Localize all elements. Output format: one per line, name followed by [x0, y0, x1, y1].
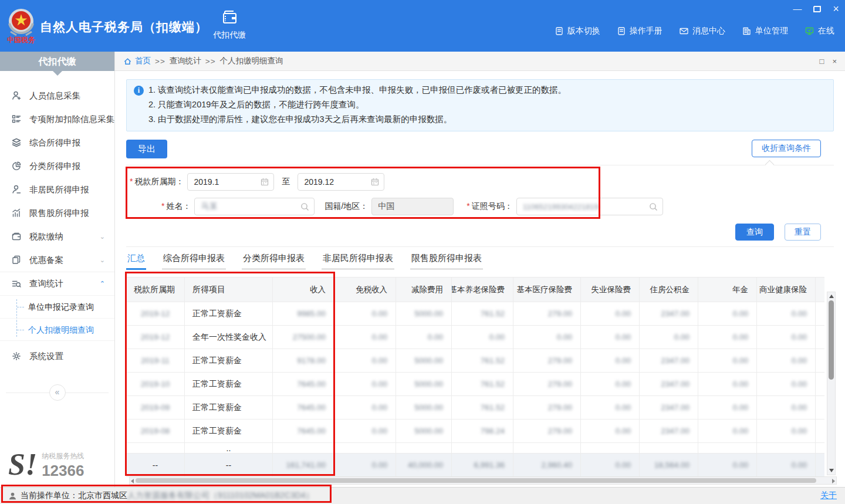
- cell-amount: [452, 443, 513, 453]
- close-icon[interactable]: ×: [833, 4, 839, 14]
- sidebar-item-label: 分类所得申报: [29, 161, 80, 172]
- sidebar-item[interactable]: 人员信息采集: [0, 84, 114, 107]
- sidebar-item-settings[interactable]: 系统设置: [0, 344, 114, 368]
- table-row[interactable]: 2019-12全年一次性奖金收入27500.000.000.000.000.00…: [126, 326, 824, 349]
- panel-maximize-icon[interactable]: □: [820, 57, 824, 66]
- horizontal-scroll-thumb[interactable]: [136, 478, 816, 483]
- id-number-input[interactable]: 110652199304221819: [516, 198, 663, 215]
- period-from-input[interactable]: 2019.1: [187, 173, 274, 191]
- column-header: 收入: [273, 278, 334, 302]
- horizontal-scrollbar[interactable]: [129, 476, 837, 485]
- sidebar-item[interactable]: 优惠备案⌄: [0, 248, 114, 272]
- notice-box: i 1. 该查询统计表仅能查询已申报成功的数据，不包含未申报、申报失败，已申报但…: [126, 79, 834, 131]
- nav-item-daikoudaijiao[interactable]: 代扣代缴: [207, 9, 252, 40]
- tab-非居民所得申报表[interactable]: 非居民所得申报表: [322, 253, 394, 270]
- cell-amount: 2347.00: [640, 349, 698, 372]
- header-menu-item-5[interactable]: 在线: [805, 26, 834, 36]
- name-input[interactable]: 马某: [194, 198, 315, 215]
- cell-amount: 5000.00: [396, 420, 452, 442]
- header-menu-item-1[interactable]: 版本切换: [555, 26, 600, 36]
- sidebar-item[interactable]: 综合所得申报: [0, 131, 114, 154]
- table-row[interactable]: 2019-11正常工资薪金9178.000.005000.00761.52279…: [126, 349, 824, 373]
- cell-amount: 0.00: [581, 302, 640, 325]
- cell-income-item: ..: [185, 443, 273, 453]
- tab-汇总[interactable]: 汇总: [126, 253, 146, 270]
- cell-period: [126, 443, 185, 453]
- cell-period: 2019-12: [126, 326, 185, 349]
- sidebar-collapse-button[interactable]: «: [49, 384, 66, 401]
- payment-wallet-icon: [11, 231, 22, 242]
- id-number-label: *证照号码：: [467, 201, 512, 212]
- sidebar-item-label: 限售股所得申报: [29, 208, 89, 219]
- sidebar-subitem[interactable]: 单位申报记录查询: [0, 296, 114, 318]
- wallet-icon: [221, 9, 238, 25]
- scroll-right-icon[interactable]: [832, 479, 835, 483]
- home-icon: [123, 57, 132, 66]
- layers-icon: [11, 137, 22, 148]
- header-menu-label: 操作手册: [630, 26, 663, 36]
- period-to-input[interactable]: 2019.12: [298, 173, 384, 191]
- collapse-query-button[interactable]: 收折查询条件: [752, 140, 821, 157]
- cell-amount: 761.52: [452, 302, 513, 325]
- table-row[interactable]: 2019-09正常工资薪金7645.000.005000.00761.52279…: [126, 396, 824, 420]
- cell-amount: 0.00: [816, 349, 824, 372]
- sidebar-item[interactable]: 分类所得申报: [0, 154, 114, 178]
- notice-line: 1. 该查询统计表仅能查询已申报成功的数据，不包含未申报、申报失败，已申报但已作…: [148, 83, 566, 97]
- sidebar-item[interactable]: 税款缴纳⌄: [0, 225, 114, 248]
- table-row[interactable]: 2019-08正常工资薪金7645.000.005000.00798.24279…: [126, 420, 824, 443]
- header-menu-item-4[interactable]: 单位管理: [742, 26, 788, 36]
- sidebar-item-label: 查询统计: [29, 278, 63, 289]
- breadcrumb-item-query-stats[interactable]: 查询统计: [170, 56, 201, 66]
- restore-icon[interactable]: [813, 6, 821, 12]
- summary-period: --: [126, 454, 185, 476]
- cell-amount: 0.00: [757, 349, 816, 372]
- about-link[interactable]: 关于: [820, 491, 837, 501]
- column-header: 税: [816, 278, 824, 302]
- pie-chart-icon: [11, 161, 22, 171]
- report-tabs: 汇总综合所得申报表分类所得申报表非居民所得申报表限售股所得申报表: [126, 253, 834, 270]
- header-menu: 版本切换操作手册消息中心单位管理在线: [555, 26, 834, 36]
- calendar-icon: [370, 177, 380, 187]
- breadcrumb-home-link[interactable]: 首页: [123, 56, 151, 66]
- sidebar-subitem[interactable]: 个人扣缴明细查询: [0, 318, 114, 340]
- sidebar-item-label: 非居民所得申报: [29, 184, 89, 195]
- scroll-up-icon[interactable]: [829, 295, 834, 298]
- sidebar-item[interactable]: 非居民所得申报: [0, 178, 114, 201]
- cell-amount: 9178.00: [273, 349, 334, 372]
- tab-限售股所得申报表[interactable]: 限售股所得申报表: [410, 253, 483, 270]
- query-button[interactable]: 查询: [735, 224, 774, 241]
- vertical-scroll-thumb[interactable]: [829, 300, 834, 380]
- sidebar-item-label: 人员信息采集: [29, 90, 80, 102]
- sidebar-item[interactable]: 查询统计⌃: [0, 272, 114, 295]
- cell-amount: 0.00: [816, 396, 824, 419]
- hotline-caption: 纳税服务热线: [42, 451, 84, 461]
- scroll-left-icon[interactable]: [131, 479, 134, 483]
- cell-period: 2019-11: [126, 349, 185, 372]
- cell-amount: 0.00: [816, 373, 824, 395]
- column-header: 免税收入: [334, 278, 396, 302]
- cell-amount: [513, 443, 581, 453]
- cell-amount: [757, 443, 816, 453]
- cell-amount: 0.00: [334, 326, 396, 349]
- scroll-down-icon[interactable]: [829, 469, 834, 472]
- header-menu-item-3[interactable]: 消息中心: [679, 26, 725, 36]
- cell-amount: 0.00: [757, 373, 816, 395]
- header-menu-item-2[interactable]: 操作手册: [617, 26, 663, 36]
- minimize-icon[interactable]: —: [793, 3, 802, 15]
- sidebar-item[interactable]: 限售股所得申报: [0, 201, 114, 225]
- cell-income-item: 正常工资薪金: [185, 349, 273, 372]
- to-label: 至: [282, 177, 290, 187]
- tab-分类所得申报表[interactable]: 分类所得申报表: [242, 253, 306, 270]
- header-menu-label: 消息中心: [692, 26, 725, 36]
- toolbar: 导出 收折查询条件: [126, 140, 834, 161]
- panel-close-icon[interactable]: ×: [832, 57, 837, 66]
- tab-综合所得申报表[interactable]: 综合所得申报表: [162, 253, 226, 270]
- table-row[interactable]: 2019-10正常工资薪金7645.000.005000.00761.52279…: [126, 373, 824, 396]
- app-title: 自然人电子税务局（扣缴端）: [40, 19, 208, 35]
- cell-amount: 279.00: [513, 302, 581, 325]
- table-row[interactable]: 2019-12正常工资薪金9985.000.005000.00761.52279…: [126, 302, 824, 326]
- vertical-scrollbar[interactable]: [827, 292, 836, 475]
- export-button[interactable]: 导出: [126, 140, 167, 158]
- reset-button[interactable]: 重置: [785, 224, 821, 241]
- sidebar-item[interactable]: 专项附加扣除信息采集: [0, 107, 114, 131]
